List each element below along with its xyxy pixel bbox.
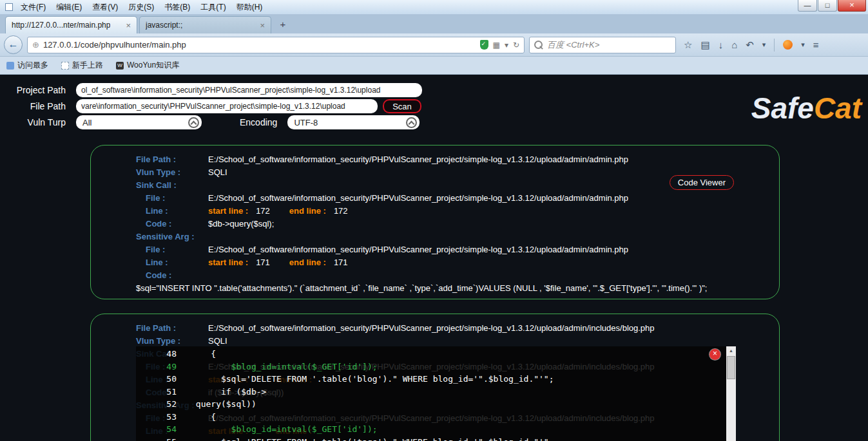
line-number: 51 <box>136 386 177 399</box>
menu-view[interactable]: 查看(V) <box>87 0 123 14</box>
code-line: 54 $blog_id=intval($_GET['id']); <box>136 423 736 436</box>
code-line: 48 { <box>136 348 736 361</box>
file-path-value: E:/School_of_software/information_securi… <box>208 322 655 335</box>
menu-edit[interactable]: 编辑(E) <box>51 0 87 14</box>
start-line-label: start line : <box>208 258 248 267</box>
project-path-input[interactable] <box>76 83 422 97</box>
chevron-down-icon[interactable]: ▾ <box>762 41 766 49</box>
security-shield-icon[interactable] <box>480 40 488 50</box>
maximize-button[interactable]: □ <box>818 0 837 12</box>
file-path-input[interactable] <box>76 99 378 113</box>
encoding-value: UTF-8 <box>294 118 318 127</box>
tab-main-php[interactable]: http://127.0.0...nter/main.php × <box>5 16 137 33</box>
bookmark-most-visited[interactable]: 访问最多 <box>6 60 48 71</box>
search-input[interactable] <box>547 40 671 50</box>
home-icon[interactable]: ⌂ <box>731 39 737 50</box>
file-path-label: File Path <box>0 101 70 111</box>
result-row: Code : <box>91 269 779 282</box>
minimize-button[interactable]: — <box>798 0 817 12</box>
line-code: query($sql)) <box>191 398 256 411</box>
scan-button[interactable]: Scan <box>383 99 421 113</box>
code-viewer-panel: × 48 { 49 $blog_id=intval($_GET['id']); … <box>136 346 736 441</box>
chevron-up-icon[interactable] <box>188 117 199 128</box>
close-button[interactable]: × <box>838 0 866 12</box>
safecat-logo: SafeCat <box>751 91 862 126</box>
line-code: { <box>191 348 216 361</box>
code-viewer-button[interactable]: Code Viewer <box>670 175 734 190</box>
result-card-1: File Path :E:/School_of_software/informa… <box>90 145 780 299</box>
chevron-down-icon[interactable]: ▾ <box>505 41 508 50</box>
project-path-label: Project Path <box>0 85 70 95</box>
line-number: 52 <box>136 398 177 411</box>
search-bar[interactable] <box>529 37 676 53</box>
url-input[interactable] <box>43 40 476 50</box>
chevron-down-icon[interactable]: ▾ <box>801 41 805 49</box>
reload-icon[interactable]: ↻ <box>513 41 519 50</box>
result-row: File :E:/School_of_software/information_… <box>91 192 779 205</box>
line-number: 55 <box>136 436 177 441</box>
vuln-type-label: Vuln Turp <box>0 117 70 127</box>
folder-icon <box>6 62 14 70</box>
bookmark-star-icon[interactable]: ☆ <box>684 39 692 51</box>
vuln-type-value: All <box>82 118 92 127</box>
system-menu-icon[interactable] <box>5 3 13 11</box>
bookmark-label: 新手上路 <box>72 60 103 71</box>
menu-file[interactable]: 文件(F) <box>15 0 51 14</box>
tab-close-icon[interactable]: × <box>260 21 265 30</box>
line-code: $blog_id=intval($_GET['id']); <box>191 361 378 373</box>
chevron-up-icon[interactable] <box>406 117 417 128</box>
qr-grid-icon[interactable]: ▦ <box>493 41 500 50</box>
line-number: 49 <box>136 361 177 373</box>
downloads-icon[interactable]: ↓ <box>719 39 724 50</box>
bookmark-getting-started[interactable]: 新手上路 <box>61 60 103 71</box>
firefox-icon[interactable] <box>783 40 793 50</box>
end-line-label: end line : <box>289 206 326 216</box>
tab-bar: http://127.0.0...nter/main.php × javascr… <box>0 14 868 33</box>
page-icon <box>61 62 69 70</box>
code-line: 50 $sql='DELETE FROM '.table('blog')." W… <box>136 373 736 386</box>
code-lines: 48 { 49 $blog_id=intval($_GET['id']); 50… <box>136 346 736 441</box>
bookmark-wooyun[interactable]: W WooYun知识库 <box>116 60 179 71</box>
sync-icon[interactable]: ↶ <box>746 39 754 51</box>
menu-help[interactable]: 帮助(H) <box>231 0 268 14</box>
navigation-bar: ← ⊕ ▦ ▾ ↻ ☆ ▤ ↓ ⌂ ↶ ▾ ▾ ≡ <box>0 33 868 57</box>
menu-icon[interactable]: ≡ <box>813 39 819 50</box>
end-line-value: 171 <box>334 258 348 267</box>
encoding-select[interactable]: UTF-8 <box>287 115 420 129</box>
code-line: 52 query($sql)) <box>136 398 736 411</box>
code-line: 53 { <box>136 411 736 424</box>
result-card-2: File Path :E:/School_of_software/informa… <box>90 314 780 441</box>
bookmarks-panel-icon[interactable]: ▤ <box>700 39 709 51</box>
result-row: Code :$db->query($sql); <box>91 218 779 230</box>
bookmark-label: 访问最多 <box>17 60 48 71</box>
menu-tools[interactable]: 工具(T) <box>195 0 231 14</box>
field-label: Line : <box>136 256 208 269</box>
close-icon[interactable]: × <box>709 349 720 360</box>
line-number: 48 <box>136 348 177 361</box>
menu-bookmarks[interactable]: 书签(B) <box>159 0 195 14</box>
search-icon[interactable] <box>534 41 543 50</box>
site-identity-icon[interactable]: ⊕ <box>32 40 39 50</box>
scrollbar-thumb[interactable] <box>727 356 735 379</box>
tab-title: javascript:; <box>146 21 182 30</box>
tab-close-icon[interactable]: × <box>126 21 131 30</box>
url-bar[interactable]: ⊕ ▦ ▾ ↻ <box>27 37 525 53</box>
window-controls: — □ × <box>797 0 866 12</box>
vuln-type-select[interactable]: All <box>76 115 202 129</box>
arg-code-value: $sql="INSERT INTO ".table('attachments')… <box>91 282 779 295</box>
new-tab-button[interactable]: + <box>275 18 291 31</box>
bookmarks-bar: 访问最多 新手上路 W WooYun知识库 <box>0 57 868 75</box>
scrollbar[interactable]: ▲ <box>726 346 736 441</box>
tab-javascript[interactable]: javascript:; × <box>139 16 271 33</box>
back-button[interactable]: ← <box>4 35 23 54</box>
result-row: Line :start line :172end line :172 <box>91 205 779 218</box>
section-label: Sensitive Arg : <box>136 230 208 243</box>
menu-history[interactable]: 历史(S) <box>123 0 159 14</box>
start-line-value: 172 <box>256 206 270 216</box>
end-line-label: end line : <box>289 258 326 267</box>
result-row: File Path :E:/School_of_software/informa… <box>91 322 779 335</box>
field-label: Code : <box>136 269 208 282</box>
result-row: Vlun Type :SQLI <box>91 335 779 348</box>
encoding-label: Encoding <box>240 117 277 127</box>
scroll-up-icon[interactable]: ▲ <box>726 346 736 355</box>
